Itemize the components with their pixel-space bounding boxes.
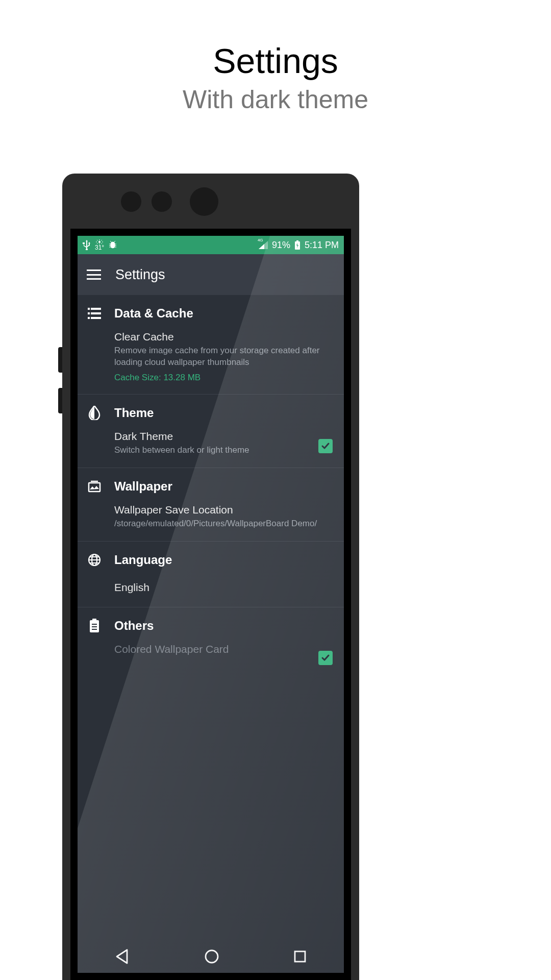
item-desc: Switch between dark or light theme <box>114 445 335 456</box>
item-clear-cache[interactable]: Clear Cache Remove image cache from your… <box>78 326 344 394</box>
settings-list[interactable]: Data & Cache Clear Cache Remove image ca… <box>78 295 344 678</box>
debug-icon <box>108 240 117 250</box>
svg-rect-26 <box>295 951 305 962</box>
storage-icon <box>87 308 102 319</box>
section-title: Others <box>114 619 154 633</box>
section-title: Wallpaper <box>114 479 172 494</box>
globe-icon <box>87 553 102 567</box>
promo-subtitle: With dark theme <box>0 85 551 114</box>
svg-rect-13 <box>88 312 90 314</box>
phone-side-button <box>58 388 62 413</box>
app-bar: Settings <box>78 254 344 295</box>
clock-time: 5:11 PM <box>305 240 339 251</box>
app-bar-title: Settings <box>115 267 165 283</box>
temperature-value: 31° <box>95 244 104 251</box>
svg-rect-23 <box>92 626 97 627</box>
section-data-cache: Data & Cache Clear Cache Remove image ca… <box>78 295 344 395</box>
signal-icon: 4G <box>259 241 268 249</box>
item-title: Colored Wallpaper Card <box>114 643 335 655</box>
item-dark-theme[interactable]: Dark Theme Switch between dark or light … <box>78 425 344 468</box>
svg-line-8 <box>102 240 103 241</box>
usb-icon <box>83 240 91 250</box>
item-title: Dark Theme <box>114 430 335 443</box>
battery-icon <box>294 240 300 250</box>
svg-rect-16 <box>91 317 101 319</box>
wallpaper-icon <box>87 480 102 493</box>
section-others: Others Colored Wallpaper Card <box>78 607 344 678</box>
phone-sensor <box>152 191 172 212</box>
item-save-location[interactable]: Wallpaper Save Location /storage/emulate… <box>78 499 344 541</box>
item-title: Clear Cache <box>114 331 335 343</box>
promo-title: Settings <box>0 41 551 81</box>
battery-percent: 91% <box>272 240 290 251</box>
invert-colors-icon <box>87 406 102 420</box>
item-desc: /storage/emulated/0/Pictures/WallpaperBo… <box>114 518 335 530</box>
svg-rect-24 <box>92 629 97 630</box>
section-title: Theme <box>114 406 154 420</box>
item-desc: Remove image cache from your storage cre… <box>114 345 335 369</box>
svg-rect-14 <box>91 312 101 314</box>
nav-back-icon[interactable] <box>114 948 131 967</box>
cache-size-label: Cache Size: 13.28 MB <box>114 373 335 383</box>
phone-screen-bezel: 31° 4G 91% 5:11 PM <box>70 229 351 980</box>
svg-rect-15 <box>88 317 90 319</box>
checkbox-dark-theme[interactable] <box>318 439 333 453</box>
phone-sensor <box>190 187 218 216</box>
svg-rect-22 <box>92 624 97 625</box>
checkbox-colored-card[interactable] <box>318 651 333 665</box>
svg-point-25 <box>206 950 218 963</box>
section-title: Language <box>114 553 172 567</box>
phone-sensor <box>121 191 141 212</box>
svg-rect-10 <box>296 240 298 241</box>
hamburger-menu-icon[interactable] <box>87 270 101 280</box>
svg-rect-11 <box>88 308 90 310</box>
item-title: Wallpaper Save Location <box>114 504 335 516</box>
phone-screen: 31° 4G 91% 5:11 PM <box>78 236 344 973</box>
item-colored-wallpaper-card[interactable]: Colored Wallpaper Card <box>78 638 344 678</box>
svg-rect-21 <box>92 619 96 621</box>
svg-line-5 <box>97 240 98 241</box>
android-nav-bar <box>78 942 344 973</box>
svg-point-0 <box>98 241 101 243</box>
svg-rect-12 <box>91 308 101 310</box>
section-title: Data & Cache <box>114 306 193 321</box>
item-language[interactable]: English <box>78 572 344 607</box>
svg-rect-17 <box>89 483 100 492</box>
language-value: English <box>114 581 335 594</box>
section-wallpaper: Wallpaper Wallpaper Save Location /stora… <box>78 468 344 542</box>
nav-home-icon[interactable] <box>204 948 220 967</box>
section-language: Language English <box>78 542 344 607</box>
nav-recent-icon[interactable] <box>292 949 308 966</box>
phone-frame: 31° 4G 91% 5:11 PM <box>62 174 359 980</box>
phone-side-button <box>58 347 62 373</box>
clipboard-icon <box>87 619 102 633</box>
status-bar: 31° 4G 91% 5:11 PM <box>78 236 344 254</box>
section-theme: Theme Dark Theme Switch between dark or … <box>78 395 344 468</box>
weather-icon: 31° <box>95 239 104 251</box>
